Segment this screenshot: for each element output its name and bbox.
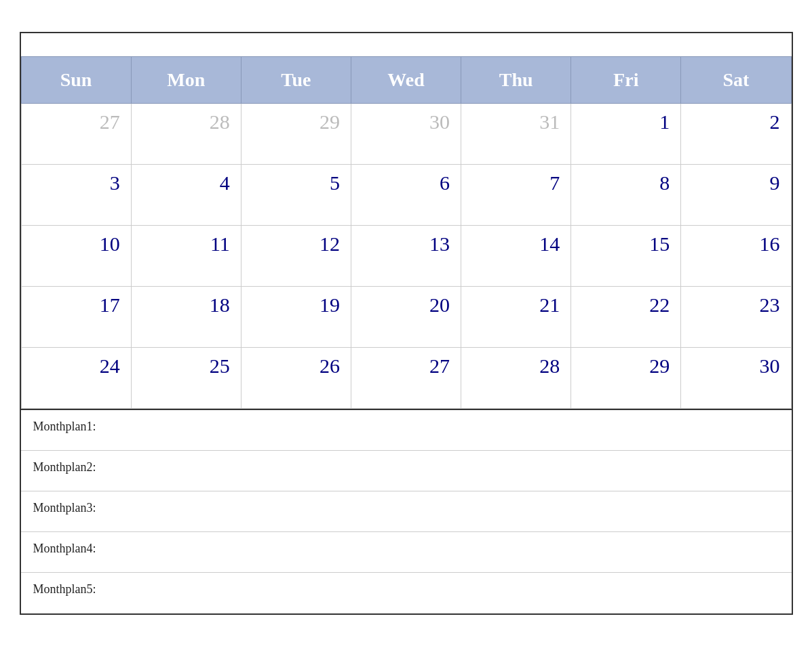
day-header-thu: Thu bbox=[461, 56, 571, 103]
days-header-row: SunMonTueWedThuFriSat bbox=[21, 56, 791, 103]
calendar-day[interactable]: 19 bbox=[241, 286, 351, 347]
calendar-day[interactable]: 26 bbox=[241, 347, 351, 408]
calendar-day[interactable]: 18 bbox=[131, 286, 241, 347]
calendar-day[interactable]: 28 bbox=[461, 347, 571, 408]
monthplan-4[interactable]: Monthplan4: bbox=[21, 532, 792, 573]
calendar-day[interactable]: 21 bbox=[461, 286, 571, 347]
calendar-week-3: 10111213141516 bbox=[21, 225, 791, 286]
calendar-table: SunMonTueWedThuFriSat 272829303112345678… bbox=[21, 56, 792, 409]
calendar-day[interactable]: 28 bbox=[131, 103, 241, 164]
calendar-week-5: 24252627282930 bbox=[21, 347, 791, 408]
calendar-day[interactable]: 8 bbox=[571, 164, 681, 225]
calendar-day[interactable]: 6 bbox=[351, 164, 461, 225]
day-header-sat: Sat bbox=[681, 56, 791, 103]
monthplan-3[interactable]: Monthplan3: bbox=[21, 491, 792, 532]
calendar-day[interactable]: 22 bbox=[571, 286, 681, 347]
day-header-sun: Sun bbox=[21, 56, 131, 103]
calendar-day[interactable]: 3 bbox=[21, 164, 131, 225]
calendar-day[interactable]: 14 bbox=[461, 225, 571, 286]
calendar-container: SunMonTueWedThuFriSat 272829303112345678… bbox=[20, 32, 793, 615]
calendar-day[interactable]: 11 bbox=[131, 225, 241, 286]
calendar-day[interactable]: 16 bbox=[681, 225, 791, 286]
monthplan-1[interactable]: Monthplan1: bbox=[21, 410, 792, 451]
calendar-day[interactable]: 30 bbox=[681, 347, 791, 408]
calendar-day[interactable]: 12 bbox=[241, 225, 351, 286]
calendar-day[interactable]: 9 bbox=[681, 164, 791, 225]
calendar-day[interactable]: 7 bbox=[461, 164, 571, 225]
calendar-day[interactable]: 31 bbox=[461, 103, 571, 164]
calendar-day[interactable]: 1 bbox=[571, 103, 681, 164]
day-header-tue: Tue bbox=[241, 56, 351, 103]
calendar-day[interactable]: 10 bbox=[21, 225, 131, 286]
monthplan-5[interactable]: Monthplan5: bbox=[21, 573, 792, 613]
calendar-week-2: 3456789 bbox=[21, 164, 791, 225]
calendar-day[interactable]: 20 bbox=[351, 286, 461, 347]
calendar-week-1: 272829303112 bbox=[21, 103, 791, 164]
calendar-day[interactable]: 2 bbox=[681, 103, 791, 164]
calendar-day[interactable]: 30 bbox=[351, 103, 461, 164]
calendar-title bbox=[21, 33, 792, 56]
calendar-day[interactable]: 23 bbox=[681, 286, 791, 347]
calendar-day[interactable]: 17 bbox=[21, 286, 131, 347]
calendar-day[interactable]: 27 bbox=[21, 103, 131, 164]
day-header-fri: Fri bbox=[571, 56, 681, 103]
monthplan-2[interactable]: Monthplan2: bbox=[21, 451, 792, 491]
calendar-week-4: 17181920212223 bbox=[21, 286, 791, 347]
day-header-mon: Mon bbox=[131, 56, 241, 103]
calendar-day[interactable]: 27 bbox=[351, 347, 461, 408]
calendar-day[interactable]: 25 bbox=[131, 347, 241, 408]
calendar-day[interactable]: 13 bbox=[351, 225, 461, 286]
calendar-day[interactable]: 24 bbox=[21, 347, 131, 408]
calendar-day[interactable]: 15 bbox=[571, 225, 681, 286]
day-header-wed: Wed bbox=[351, 56, 461, 103]
calendar-day[interactable]: 29 bbox=[571, 347, 681, 408]
calendar-day[interactable]: 4 bbox=[131, 164, 241, 225]
plans-section: Monthplan1:Monthplan2:Monthplan3:Monthpl… bbox=[21, 409, 792, 613]
calendar-day[interactable]: 29 bbox=[241, 103, 351, 164]
calendar-day[interactable]: 5 bbox=[241, 164, 351, 225]
